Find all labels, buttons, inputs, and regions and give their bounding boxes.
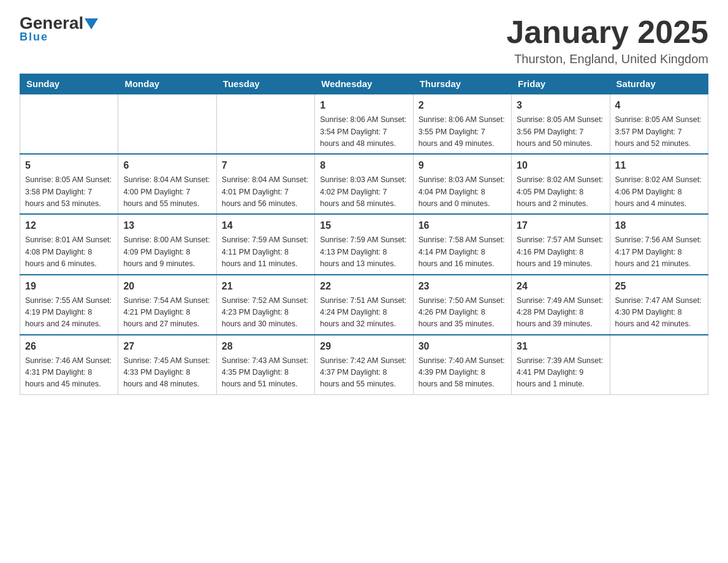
- day-number: 19: [25, 279, 113, 294]
- col-wednesday: Wednesday: [315, 74, 413, 94]
- day-number: 15: [320, 218, 408, 233]
- table-row: 9Sunrise: 8:03 AM Sunset: 4:04 PM Daylig…: [413, 154, 511, 214]
- table-row: 13Sunrise: 8:00 AM Sunset: 4:09 PM Dayli…: [118, 214, 216, 274]
- table-row: 24Sunrise: 7:49 AM Sunset: 4:28 PM Dayli…: [512, 275, 610, 335]
- day-info: Sunrise: 7:51 AM Sunset: 4:24 PM Dayligh…: [320, 295, 408, 331]
- day-number: 16: [419, 218, 506, 233]
- logo-blue: Blue: [20, 31, 48, 44]
- day-info: Sunrise: 7:56 AM Sunset: 4:17 PM Dayligh…: [615, 234, 703, 270]
- calendar-week-row: 19Sunrise: 7:55 AM Sunset: 4:19 PM Dayli…: [20, 275, 708, 335]
- day-number: 12: [25, 218, 113, 233]
- table-row: 11Sunrise: 8:02 AM Sunset: 4:06 PM Dayli…: [610, 154, 708, 214]
- day-info: Sunrise: 7:43 AM Sunset: 4:35 PM Dayligh…: [222, 355, 309, 391]
- day-number: 20: [123, 279, 211, 294]
- day-number: 18: [615, 218, 703, 233]
- calendar-table: Sunday Monday Tuesday Wednesday Thursday…: [20, 74, 708, 395]
- logo-general: General: [20, 15, 83, 32]
- title-block: January 2025 Thurston, England, United K…: [506, 15, 708, 66]
- day-info: Sunrise: 8:05 AM Sunset: 3:56 PM Dayligh…: [517, 114, 604, 150]
- day-info: Sunrise: 7:59 AM Sunset: 4:11 PM Dayligh…: [222, 234, 309, 270]
- day-info: Sunrise: 7:42 AM Sunset: 4:37 PM Dayligh…: [320, 355, 408, 391]
- day-info: Sunrise: 7:54 AM Sunset: 4:21 PM Dayligh…: [123, 295, 211, 331]
- table-row: 20Sunrise: 7:54 AM Sunset: 4:21 PM Dayli…: [118, 275, 216, 335]
- day-info: Sunrise: 7:40 AM Sunset: 4:39 PM Dayligh…: [419, 355, 506, 391]
- day-info: Sunrise: 7:39 AM Sunset: 4:41 PM Dayligh…: [517, 355, 604, 391]
- day-number: 30: [419, 339, 506, 354]
- day-info: Sunrise: 8:03 AM Sunset: 4:04 PM Dayligh…: [419, 174, 506, 210]
- day-number: 14: [222, 218, 309, 233]
- table-row: 1Sunrise: 8:06 AM Sunset: 3:54 PM Daylig…: [315, 94, 413, 155]
- table-row: 7Sunrise: 8:04 AM Sunset: 4:01 PM Daylig…: [216, 154, 314, 214]
- table-row: 4Sunrise: 8:05 AM Sunset: 3:57 PM Daylig…: [610, 94, 708, 155]
- table-row: 14Sunrise: 7:59 AM Sunset: 4:11 PM Dayli…: [216, 214, 314, 274]
- day-info: Sunrise: 7:47 AM Sunset: 4:30 PM Dayligh…: [615, 295, 703, 331]
- calendar-header-row: Sunday Monday Tuesday Wednesday Thursday…: [20, 74, 708, 94]
- table-row: 28Sunrise: 7:43 AM Sunset: 4:35 PM Dayli…: [216, 335, 314, 395]
- logo: General Blue: [20, 15, 98, 44]
- table-row: [610, 335, 708, 395]
- day-number: 3: [517, 98, 604, 113]
- calendar-week-row: 26Sunrise: 7:46 AM Sunset: 4:31 PM Dayli…: [20, 335, 708, 395]
- day-info: Sunrise: 7:45 AM Sunset: 4:33 PM Dayligh…: [123, 355, 211, 391]
- day-number: 9: [419, 158, 506, 173]
- table-row: 6Sunrise: 8:04 AM Sunset: 4:00 PM Daylig…: [118, 154, 216, 214]
- calendar-week-row: 1Sunrise: 8:06 AM Sunset: 3:54 PM Daylig…: [20, 94, 708, 155]
- table-row: 8Sunrise: 8:03 AM Sunset: 4:02 PM Daylig…: [315, 154, 413, 214]
- day-info: Sunrise: 8:05 AM Sunset: 3:57 PM Dayligh…: [615, 114, 703, 150]
- day-number: 29: [320, 339, 408, 354]
- day-number: 10: [517, 158, 604, 173]
- calendar-week-row: 5Sunrise: 8:05 AM Sunset: 3:58 PM Daylig…: [20, 154, 708, 214]
- day-number: 1: [320, 98, 408, 113]
- day-number: 4: [615, 98, 703, 113]
- day-info: Sunrise: 8:02 AM Sunset: 4:06 PM Dayligh…: [615, 174, 703, 210]
- day-number: 7: [222, 158, 309, 173]
- table-row: 26Sunrise: 7:46 AM Sunset: 4:31 PM Dayli…: [20, 335, 118, 395]
- day-info: Sunrise: 7:46 AM Sunset: 4:31 PM Dayligh…: [25, 355, 113, 391]
- table-row: 10Sunrise: 8:02 AM Sunset: 4:05 PM Dayli…: [512, 154, 610, 214]
- day-info: Sunrise: 8:04 AM Sunset: 4:00 PM Dayligh…: [123, 174, 211, 210]
- day-number: 5: [25, 158, 113, 173]
- col-friday: Friday: [512, 74, 610, 94]
- table-row: 25Sunrise: 7:47 AM Sunset: 4:30 PM Dayli…: [610, 275, 708, 335]
- table-row: 21Sunrise: 7:52 AM Sunset: 4:23 PM Dayli…: [216, 275, 314, 335]
- day-info: Sunrise: 8:01 AM Sunset: 4:08 PM Dayligh…: [25, 234, 113, 270]
- day-number: 24: [517, 279, 604, 294]
- day-info: Sunrise: 8:06 AM Sunset: 3:55 PM Dayligh…: [419, 114, 506, 150]
- day-info: Sunrise: 7:50 AM Sunset: 4:26 PM Dayligh…: [419, 295, 506, 331]
- table-row: [20, 94, 118, 155]
- table-row: [216, 94, 314, 155]
- table-row: 12Sunrise: 8:01 AM Sunset: 4:08 PM Dayli…: [20, 214, 118, 274]
- day-info: Sunrise: 7:59 AM Sunset: 4:13 PM Dayligh…: [320, 234, 408, 270]
- day-info: Sunrise: 8:02 AM Sunset: 4:05 PM Dayligh…: [517, 174, 604, 210]
- day-number: 23: [419, 279, 506, 294]
- day-info: Sunrise: 7:57 AM Sunset: 4:16 PM Dayligh…: [517, 234, 604, 270]
- day-number: 11: [615, 158, 703, 173]
- location-title: Thurston, England, United Kingdom: [506, 52, 708, 66]
- day-number: 6: [123, 158, 211, 173]
- col-tuesday: Tuesday: [216, 74, 314, 94]
- day-info: Sunrise: 8:00 AM Sunset: 4:09 PM Dayligh…: [123, 234, 211, 270]
- calendar-week-row: 12Sunrise: 8:01 AM Sunset: 4:08 PM Dayli…: [20, 214, 708, 274]
- day-number: 27: [123, 339, 211, 354]
- day-info: Sunrise: 8:04 AM Sunset: 4:01 PM Dayligh…: [222, 174, 309, 210]
- day-number: 13: [123, 218, 211, 233]
- table-row: 31Sunrise: 7:39 AM Sunset: 4:41 PM Dayli…: [512, 335, 610, 395]
- day-info: Sunrise: 8:03 AM Sunset: 4:02 PM Dayligh…: [320, 174, 408, 210]
- table-row: 3Sunrise: 8:05 AM Sunset: 3:56 PM Daylig…: [512, 94, 610, 155]
- table-row: 5Sunrise: 8:05 AM Sunset: 3:58 PM Daylig…: [20, 154, 118, 214]
- svg-marker-0: [85, 18, 98, 29]
- table-row: 16Sunrise: 7:58 AM Sunset: 4:14 PM Dayli…: [413, 214, 511, 274]
- table-row: [118, 94, 216, 155]
- day-info: Sunrise: 7:52 AM Sunset: 4:23 PM Dayligh…: [222, 295, 309, 331]
- day-number: 21: [222, 279, 309, 294]
- day-number: 8: [320, 158, 408, 173]
- day-number: 28: [222, 339, 309, 354]
- table-row: 27Sunrise: 7:45 AM Sunset: 4:33 PM Dayli…: [118, 335, 216, 395]
- page-header: General Blue January 2025 Thurston, Engl…: [20, 15, 708, 66]
- month-title: January 2025: [506, 15, 708, 50]
- table-row: 29Sunrise: 7:42 AM Sunset: 4:37 PM Dayli…: [315, 335, 413, 395]
- day-number: 17: [517, 218, 604, 233]
- table-row: 18Sunrise: 7:56 AM Sunset: 4:17 PM Dayli…: [610, 214, 708, 274]
- day-info: Sunrise: 7:55 AM Sunset: 4:19 PM Dayligh…: [25, 295, 113, 331]
- table-row: 23Sunrise: 7:50 AM Sunset: 4:26 PM Dayli…: [413, 275, 511, 335]
